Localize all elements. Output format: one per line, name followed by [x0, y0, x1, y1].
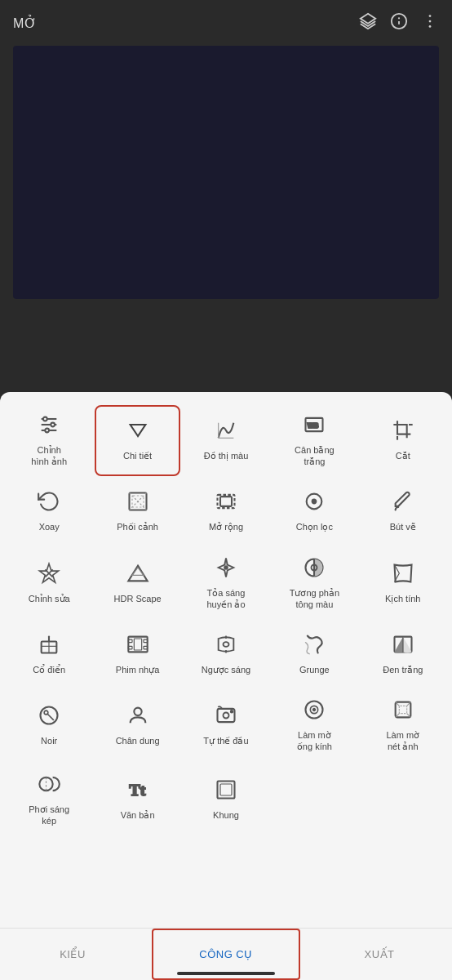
tool-label: Chọn lọc — [296, 521, 333, 532]
more-icon[interactable] — [421, 12, 439, 34]
tonal-icon — [303, 556, 326, 582]
svg-point-50 — [223, 642, 228, 647]
tool-label: Kịch tính — [385, 593, 420, 604]
tool-kich-tinh[interactable]: Kịch tính — [361, 548, 445, 619]
vintage-icon — [38, 633, 60, 659]
mountain-icon — [126, 562, 149, 588]
tool-tuong-phan-tong-mau[interactable]: Tương phảntông màu — [272, 548, 357, 619]
wb-icon: WB — [303, 413, 326, 439]
tool-do-thi-mau[interactable]: Đồ thị màu — [184, 405, 268, 476]
svg-rect-76 — [220, 784, 232, 795]
tool-label: Phối cảnh — [117, 521, 158, 532]
healing-icon — [38, 562, 60, 588]
frame-icon — [215, 778, 237, 804]
tool-den-trang[interactable]: Đen trắng — [361, 621, 445, 687]
svg-point-10 — [43, 417, 47, 421]
svg-point-6 — [429, 25, 432, 28]
tool-label: Khung — [213, 809, 239, 821]
tool-noir[interactable]: Noir — [7, 690, 91, 761]
double-exposure-icon — [38, 773, 60, 799]
tool-label: Grunge — [299, 664, 330, 675]
tool-label: Noir — [41, 735, 57, 746]
svg-marker-13 — [130, 425, 145, 436]
tool-can-bang-trang[interactable]: WB Cân bằngtrắng — [272, 405, 357, 476]
expand-icon — [215, 490, 237, 516]
tools-grid: Chỉnhhình ảnh Chi tiết Đồ thị màu — [7, 405, 445, 841]
svg-point-64 — [313, 709, 315, 710]
tool-chinh-hinh-anh[interactable]: Chỉnhhình ảnh — [7, 405, 91, 476]
tool-toa-sang-huyen-ao[interactable]: Tỏa sánghuyền ảo — [184, 548, 268, 619]
lens-blur-icon — [303, 698, 326, 724]
curve-icon — [215, 419, 237, 445]
drama-icon — [392, 562, 414, 588]
tool-label: Tự thế đầu — [203, 735, 248, 746]
svg-rect-67 — [399, 706, 406, 714]
tool-chon-loc[interactable]: Chọn lọc — [272, 479, 357, 545]
nav-xuat[interactable]: XUẤT — [307, 929, 452, 980]
noir-icon — [38, 704, 60, 730]
rotate-icon — [38, 490, 60, 516]
svg-point-11 — [51, 423, 55, 427]
app-title: MỞ — [13, 16, 38, 31]
tool-phoi-sang-kep[interactable]: Phơi sángkép — [7, 764, 91, 835]
tool-phim-nhua[interactable]: Phim nhựa — [95, 621, 179, 687]
tool-cat[interactable]: Cắt — [361, 405, 445, 476]
svg-point-4 — [429, 15, 432, 17]
tool-tu-the-dau[interactable]: Tự thế đầu — [184, 690, 268, 761]
svg-point-72 — [40, 777, 53, 791]
svg-point-35 — [224, 566, 228, 569]
tool-chinh-sua[interactable]: Chỉnh sửa — [7, 548, 91, 619]
selfie-icon — [215, 704, 237, 730]
tool-label: Mở rộng — [209, 521, 243, 532]
tool-label: Cân bằngtrắng — [295, 444, 335, 468]
tool-label: HDR Scape — [114, 593, 162, 604]
crop-icon — [392, 419, 414, 445]
svg-text:WB: WB — [308, 422, 319, 430]
tool-label: Chân dung — [116, 735, 160, 746]
tool-chi-tiet[interactable]: Chi tiết — [95, 405, 179, 476]
tool-lam-mo-net-anh[interactable]: Làm mờnét ảnh — [361, 690, 445, 761]
svg-text:Tt: Tt — [129, 781, 145, 799]
nav-xuat-label: XUẤT — [365, 948, 395, 960]
tool-label: Cắt — [396, 450, 410, 461]
svg-point-27 — [312, 500, 317, 504]
sliders-icon — [38, 413, 60, 439]
tool-khung[interactable]: Khung — [184, 764, 268, 835]
glamour-icon — [215, 556, 237, 582]
tool-label: Đồ thị màu — [204, 450, 249, 461]
tool-nguoc-sang[interactable]: Ngược sáng — [184, 621, 268, 687]
svg-point-12 — [46, 429, 50, 433]
nav-cong-cu-label: CÔNG CỤ — [199, 948, 253, 960]
brush-icon — [392, 490, 414, 516]
tools-panel: Chỉnhhình ảnh Chi tiết Đồ thị màu — [0, 392, 452, 980]
tool-label: Chi tiết — [123, 450, 152, 461]
tool-van-ban[interactable]: Tt Văn bản — [95, 764, 179, 835]
tool-label: Phơi sángkép — [29, 804, 69, 827]
tool-label: Ngược sáng — [202, 664, 250, 675]
perspective-icon — [126, 490, 149, 516]
tool-mo-rong[interactable]: Mở rộng — [184, 479, 268, 545]
tool-phoi-canh[interactable]: Phối cảnh — [95, 479, 179, 545]
nav-kieu[interactable]: KIỂU — [0, 929, 145, 980]
svg-rect-49 — [134, 639, 141, 650]
detail-blur-icon — [392, 698, 414, 724]
tool-but-ve[interactable]: Bút vẽ — [361, 479, 445, 545]
tool-grunge[interactable]: Grunge — [272, 621, 357, 687]
tool-xoay[interactable]: Xoay — [7, 479, 91, 545]
tool-hdr-scape[interactable]: HDR Scape — [95, 548, 179, 619]
info-icon[interactable] — [390, 12, 408, 34]
top-bar-actions — [359, 12, 439, 34]
portrait-icon — [126, 704, 149, 730]
svg-point-56 — [44, 710, 48, 715]
layers-icon[interactable] — [359, 12, 377, 34]
tool-label: Chỉnh sửa — [29, 593, 70, 604]
film-icon — [126, 633, 149, 659]
tool-chan-dung[interactable]: Chân dung — [95, 690, 179, 761]
bw-icon — [392, 633, 414, 659]
tool-label: Tỏa sánghuyền ảo — [206, 587, 245, 611]
tool-label: Tương phảntông màu — [290, 587, 339, 611]
top-bar: MỞ — [0, 0, 452, 46]
tool-label: Phim nhựa — [116, 664, 159, 675]
tool-lam-mo-ong-kinh[interactable]: Làm mờống kính — [272, 690, 357, 761]
tool-co-dien[interactable]: Cổ điển — [7, 621, 91, 687]
